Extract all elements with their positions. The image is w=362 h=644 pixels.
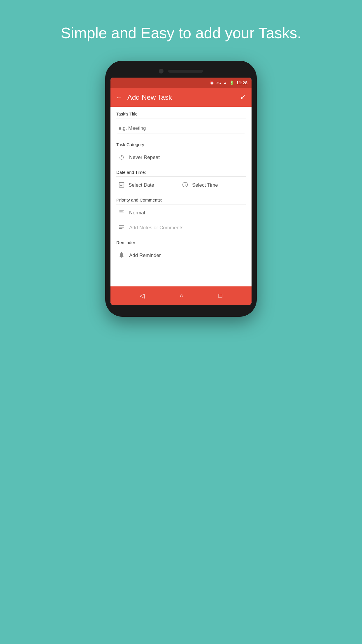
battery-icon: 🔋 <box>229 80 234 85</box>
network-icon: 3G <box>217 81 221 85</box>
nav-recent-button[interactable]: □ <box>219 292 222 300</box>
task-title-section: Task's Title <box>110 107 252 137</box>
phone-top-bar <box>110 66 252 78</box>
app-bar-title: Add New Task <box>127 93 235 102</box>
notes-icon <box>117 224 126 232</box>
select-date-button[interactable]: Select Date <box>117 181 181 189</box>
priority-section: Priority and Comments: Normal <box>110 193 252 235</box>
phone-bottom-bar <box>110 305 252 312</box>
phone-camera <box>159 69 164 74</box>
alarm-icon: ⏰ <box>210 80 214 85</box>
svg-rect-4 <box>120 185 121 186</box>
add-reminder-label: Add Reminder <box>129 253 161 258</box>
app-bar: ← Add New Task ✓ <box>110 88 252 107</box>
nav-home-button[interactable]: ○ <box>180 292 183 300</box>
task-category-label: Task Category <box>116 142 246 149</box>
phone-speaker <box>168 70 203 73</box>
task-title-input[interactable] <box>117 123 245 134</box>
select-time-button[interactable]: Select Time <box>181 181 245 189</box>
svg-rect-11 <box>119 227 124 228</box>
date-time-section: Date and Time: <box>110 165 252 193</box>
add-reminder-row[interactable]: Add Reminder <box>116 248 246 263</box>
date-time-row: Select Date Select Time <box>116 178 246 193</box>
select-time-label: Select Time <box>192 182 218 188</box>
priority-label: Priority and Comments: <box>116 197 246 204</box>
notes-placeholder: Add Notes or Comments... <box>129 225 187 231</box>
bottom-nav: ◁ ○ □ <box>110 286 252 305</box>
priority-value: Normal <box>129 210 145 216</box>
task-category-value: Never Repeat <box>129 155 160 160</box>
tagline: Simple and Easy to add your Tasks. <box>43 23 319 43</box>
phone-screen: ⏰ 3G ▲ 🔋 11:28 ← Add New Task ✓ Task's T… <box>110 78 252 305</box>
phone-device: ⏰ 3G ▲ 🔋 11:28 ← Add New Task ✓ Task's T… <box>105 61 257 317</box>
svg-rect-12 <box>119 228 122 229</box>
bell-icon <box>117 252 126 260</box>
save-button[interactable]: ✓ <box>240 93 246 102</box>
signal-icon: ▲ <box>223 80 227 85</box>
notes-field-row[interactable]: Add Notes or Comments... <box>116 220 246 235</box>
select-date-label: Select Date <box>129 182 154 188</box>
status-bar: ⏰ 3G ▲ 🔋 11:28 <box>110 78 252 88</box>
reminder-section: Reminder Add Reminder <box>110 235 252 286</box>
repeat-icon <box>117 154 126 162</box>
clock-icon <box>181 181 189 189</box>
date-time-label: Date and Time: <box>116 170 246 177</box>
calendar-icon <box>117 181 126 189</box>
svg-rect-5 <box>121 185 122 186</box>
task-category-section: Task Category Never Repeat <box>110 137 252 165</box>
task-category-field-row[interactable]: Never Repeat <box>116 150 246 165</box>
task-title-field-row <box>116 120 246 137</box>
back-button[interactable]: ← <box>116 93 123 102</box>
priority-icon <box>117 209 126 217</box>
status-time: 11:28 <box>236 80 247 85</box>
form-content: Task's Title Task Category Never Repeat <box>110 107 252 286</box>
priority-field-row[interactable]: Normal <box>116 206 246 220</box>
svg-rect-10 <box>119 225 124 226</box>
nav-back-button[interactable]: ◁ <box>140 292 145 300</box>
reminder-label: Reminder <box>116 240 246 247</box>
task-title-label: Task's Title <box>116 111 246 118</box>
